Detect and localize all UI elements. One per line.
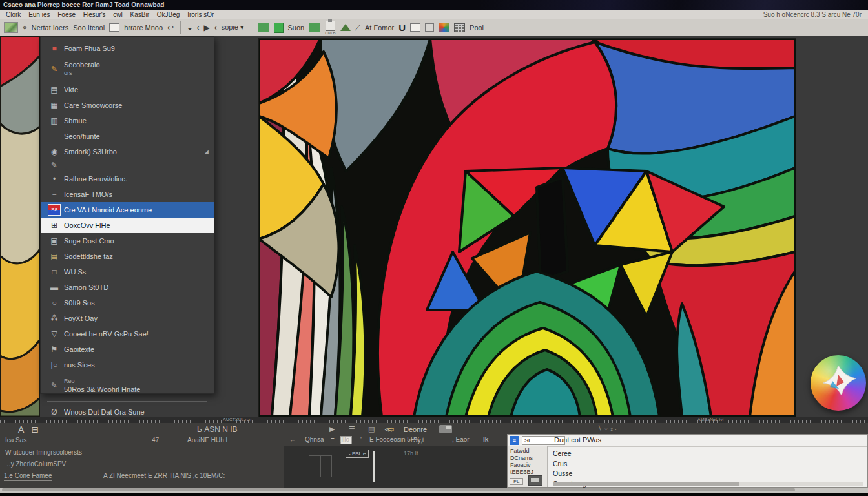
fl-button[interactable]: FL	[510, 478, 523, 485]
document-thumbnail-icon[interactable]	[4, 22, 18, 33]
menu-file[interactable]: Clork	[6, 10, 21, 19]
menu-item[interactable]: ■ Foam Fhua Su9	[41, 41, 214, 56]
menu-item-label: FoyXt Oay	[64, 315, 209, 322]
gray-box-icon[interactable]	[425, 23, 434, 32]
qhnsa-label: Qhnsa	[305, 436, 324, 443]
menu-edit[interactable]: Eun ies	[28, 10, 50, 19]
menu-item[interactable]: [○ nus Sices	[41, 357, 214, 373]
playhead[interactable]	[373, 451, 375, 482]
menu-item[interactable]: ◉ Smdork) S3Urbo ◢	[41, 144, 214, 160]
undo-icon[interactable]: ↩	[167, 24, 174, 32]
swatch-icon[interactable]	[258, 23, 269, 32]
menu-item[interactable]: □ WU Ss	[41, 264, 214, 280]
swatch2-icon[interactable]	[309, 23, 320, 32]
clipboard-group[interactable]: Cas B	[325, 21, 335, 35]
panel-icons-row[interactable]: Ь ASN N IB	[197, 425, 238, 434]
workspace: ■ Foam Fhua Su9 ✎ Secoberaio ors ▤ Vkte …	[0, 36, 868, 417]
menu-item-label: IcensaF TMO/s	[64, 191, 209, 198]
menu-item[interactable]: ⁂ FoyXt Oay	[41, 311, 214, 326]
bottom-panel: A ⊟ Ь ASN N IB ≪ Ica Sas 47 AoaiNE HUh L…	[0, 423, 868, 488]
menu-type[interactable]: Flesur's	[83, 10, 106, 19]
menu-item[interactable]: ▽ Cooeet he nBV GsPu Sae!	[41, 326, 214, 342]
menu-item[interactable]: ▣ Snge Dost Cmo	[41, 233, 214, 249]
list-item[interactable]: Crus	[553, 459, 586, 470]
person-tool-icon[interactable]: ⌖	[23, 24, 27, 32]
list-icon[interactable]: ☰	[349, 425, 355, 433]
timeline-track[interactable]: - PBL e 17h It	[284, 446, 507, 488]
menu-item[interactable]: ✎ Reo 50Ros 3& Woohrl Hnate	[41, 373, 214, 398]
menu-item[interactable]: − IcensaF TMO/s	[41, 187, 214, 202]
menu-item[interactable]: Ø Wnoos Dut Dat Ora Sune	[41, 404, 214, 417]
bold-u-icon[interactable]: U	[398, 22, 406, 33]
menu-item[interactable]: ✎	[41, 160, 214, 171]
image-thumb-icon[interactable]	[439, 425, 452, 433]
menu-select[interactable]: cwl	[113, 10, 122, 19]
comment-icon[interactable]: ◒	[187, 24, 192, 32]
menu-item[interactable]: • Ralhne Beruvi/olinc.	[41, 171, 214, 187]
toolbar-divider	[251, 21, 251, 34]
list-item[interactable]: Ousse	[553, 469, 586, 479]
canvas-artwork[interactable]	[258, 38, 796, 417]
timeline-chip[interactable]: - PBL e	[346, 450, 369, 458]
mode-dropdown[interactable]: sopie ▾	[222, 23, 244, 32]
menu-item-label: Ralhne Beruvi/olinc.	[64, 175, 209, 183]
back-arrow-icon[interactable]: ←	[289, 436, 296, 443]
frame-icon[interactable]: ▭	[388, 425, 394, 433]
menu-item-highlighted[interactable]: S8 Cre VA t Nnnoid Ace eonme	[41, 202, 214, 218]
sidebar-item[interactable]: DCnams	[510, 455, 547, 462]
list-item[interactable]: Ceree	[553, 449, 586, 459]
play-arrow-icon[interactable]: ▶	[203, 24, 209, 32]
back-arrow2-icon[interactable]: ‹	[214, 24, 217, 32]
menu-view[interactable]: OkJBeg	[157, 10, 180, 19]
menu-item[interactable]: ▦ Care Smoowcorse	[41, 98, 214, 113]
menu-item[interactable]: ▬ Samon St0TD	[41, 280, 214, 295]
menu-item-label: Reo	[64, 377, 140, 386]
panel-icon[interactable]: ▤	[368, 425, 375, 433]
link-label[interactable]: W utcuoer Imngrscoloersts	[5, 449, 82, 457]
color-wheel-icon[interactable]	[439, 23, 450, 32]
globe-icon: ◉	[45, 147, 64, 156]
menu-item[interactable]: Seon/fiunte	[41, 129, 214, 144]
panel-tab-letters[interactable]: A ⊟	[18, 424, 41, 435]
field-label: AoaiNE HUh L	[187, 437, 229, 444]
menu-object[interactable]: Foese	[57, 10, 76, 19]
timeline-ruler[interactable]: AUCTXUL rcn AMBaNeL ivi	[0, 417, 868, 423]
ruler-note: AUCTXUL rcn	[223, 417, 251, 422]
popup-hscrollbar[interactable]	[553, 482, 863, 486]
illlo-label: Illlo	[340, 436, 349, 443]
menu-item[interactable]: ▤ Sodettldshe taz	[41, 249, 214, 264]
eaor-label[interactable]: , Eaor	[452, 436, 470, 443]
menu-item[interactable]: ▤ Vkte	[41, 82, 214, 98]
menu-item-selected[interactable]: ⊞ OoxcOvv FlHe	[41, 218, 214, 233]
clipboard-icon[interactable]	[326, 21, 335, 31]
folder-button[interactable]	[528, 475, 542, 486]
horizontal-scrollbar[interactable]	[0, 488, 868, 493]
menu-item-sublabel: 50Ros 3& Woohrl Hnate	[64, 386, 140, 394]
play-icon[interactable]: ▶	[329, 425, 335, 433]
menu-item[interactable]: ○ S0It9 Sos	[41, 295, 214, 311]
scrollbar-handle[interactable]	[2, 488, 795, 491]
triangle-icon[interactable]	[340, 24, 351, 31]
menu-window[interactable]: Irorls sOr	[187, 10, 214, 19]
sidebar-item[interactable]: Faoaciv	[510, 462, 547, 469]
timeline-clip[interactable]	[309, 455, 332, 477]
green-doc-icon[interactable]	[274, 23, 284, 33]
white-box-icon[interactable]	[410, 23, 420, 32]
back-arrow-icon[interactable]: ‹	[196, 24, 199, 32]
format-field[interactable]: 1.e Cone Famee	[4, 472, 52, 480]
export-popup: ≡ SE Dunt cot PWas Fatwdd DCnams Faoaciv…	[507, 434, 868, 488]
grid-icon[interactable]	[454, 23, 465, 32]
menu-item[interactable]: ▥ Sbmue	[41, 113, 214, 129]
menu-item[interactable]: ⚑ Gaoitexte	[41, 342, 214, 357]
frame-icon[interactable]	[109, 23, 119, 32]
pen-icon: ✎	[45, 381, 64, 390]
mini-icons[interactable]: ∖ ⌄ ₂ .	[597, 424, 617, 431]
pen-slash-icon[interactable]: ⟋	[355, 24, 360, 32]
menu-item[interactable]: ✎ Secoberaio ors	[41, 56, 214, 82]
ruler-note: AMBaNeL ivi	[698, 417, 723, 422]
sidebar-item[interactable]: Fatwdd	[510, 448, 547, 455]
ik-label: Ik	[483, 436, 488, 443]
menu-bar: Clork Eun ies Foese Flesur's cwl KasBir …	[0, 10, 868, 19]
menu-effect[interactable]: KasBir	[130, 10, 149, 19]
bottom-black-strip	[0, 493, 868, 496]
